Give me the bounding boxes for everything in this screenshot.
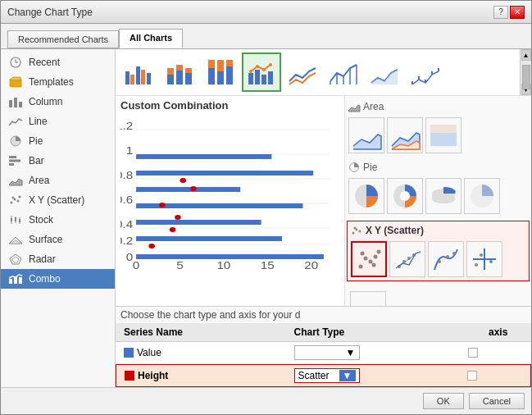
close-button[interactable]: ✕ — [510, 6, 525, 19]
chart-icon-combo-selected[interactable] — [242, 52, 281, 92]
svg-point-14 — [17, 200, 20, 203]
svg-rect-6 — [14, 98, 17, 107]
scroll-track — [521, 61, 531, 84]
sidebar-label-templates: Templates — [29, 76, 74, 88]
sidebar-label-radar: Radar — [29, 253, 56, 265]
svg-point-110 — [364, 257, 368, 261]
sidebar-item-recent[interactable]: Recent — [1, 52, 115, 72]
sidebar-item-column[interactable]: Column — [1, 92, 115, 112]
scatter-icons-row — [349, 239, 527, 279]
series-type-value[interactable]: ▼ — [291, 344, 462, 362]
pie-icon-4[interactable] — [464, 178, 500, 214]
sidebar-label-bar: Bar — [29, 155, 44, 166]
xy-scatter-section: X Y (Scatter) — [347, 221, 530, 281]
sidebar-item-xy[interactable]: X Y (Scatter) — [1, 190, 115, 210]
sidebar-item-stock[interactable]: Stock — [1, 210, 115, 230]
sidebar-item-surface[interactable]: Surface — [1, 230, 115, 249]
series-row-value: Value ▼ — [116, 342, 531, 364]
svg-text:20: 20 — [304, 261, 318, 271]
chart-title: Custom Combination — [120, 99, 339, 112]
sidebar-label-stock: Stock — [29, 214, 53, 226]
svg-rect-22 — [19, 219, 20, 222]
svg-rect-20 — [15, 217, 16, 221]
tabs-row: Recommended Charts All Charts — [1, 24, 531, 49]
pie-icon-1[interactable] — [348, 178, 384, 214]
chart-icon-8[interactable] — [406, 52, 445, 92]
svg-rect-88 — [136, 187, 240, 192]
scatter-icon-1-selected[interactable] — [351, 241, 387, 277]
area-icon-1[interactable] — [348, 117, 384, 153]
svg-point-91 — [180, 178, 186, 183]
area-section-label: Area — [363, 101, 384, 112]
chart-icon-7[interactable] — [365, 52, 404, 92]
pie-section: Pie — [347, 160, 530, 216]
svg-point-102 — [400, 191, 410, 201]
pie-icon-3[interactable] — [425, 178, 462, 214]
svg-point-114 — [377, 250, 381, 254]
chart-icon-stacked-column[interactable] — [160, 52, 199, 92]
checkbox-height[interactable] — [467, 371, 477, 381]
svg-rect-33 — [141, 70, 145, 84]
sidebar-item-templates[interactable]: Templates — [1, 72, 115, 92]
dropdown-arrow-icon: ▼ — [346, 347, 356, 358]
stock-chart-icon — [7, 213, 24, 226]
sidebar-label-combo: Combo — [29, 273, 61, 285]
svg-rect-46 — [226, 60, 233, 66]
svg-rect-35 — [167, 75, 174, 84]
svg-rect-42 — [208, 60, 215, 68]
sidebar-item-line[interactable]: Line — [1, 112, 115, 131]
sidebar-item-pie[interactable]: Pie — [1, 131, 115, 151]
svg-point-107 — [359, 230, 361, 233]
scatter-icon-2[interactable] — [389, 241, 425, 277]
area-icon-3[interactable] — [425, 117, 462, 153]
sidebar-item-bar[interactable]: Bar — [1, 151, 115, 171]
sidebar-item-combo[interactable]: Combo — [1, 269, 115, 289]
chart-icon-grouped-column[interactable] — [119, 52, 158, 92]
pie-chart-icon — [7, 135, 24, 148]
bar-chart-icon — [7, 154, 24, 167]
ok-button[interactable]: OK — [423, 393, 464, 409]
svg-rect-49 — [261, 75, 266, 84]
series-color-height — [125, 371, 134, 381]
area-icons-row — [347, 116, 530, 155]
svg-rect-5 — [9, 100, 12, 107]
svg-point-109 — [359, 265, 363, 269]
svg-rect-34 — [147, 73, 151, 84]
cancel-button[interactable]: Cancel — [469, 393, 525, 409]
svg-rect-39 — [185, 73, 192, 84]
series-table-header: Series Name Chart Type axis — [116, 323, 531, 342]
tab-all-charts[interactable]: All Charts — [119, 29, 183, 48]
sidebar-item-area[interactable]: Area — [1, 171, 115, 190]
scatter-icon-4[interactable] — [466, 241, 502, 277]
chart-types-panel: Area — [344, 96, 531, 306]
svg-point-127 — [480, 253, 483, 257]
svg-text:10: 10 — [216, 261, 230, 271]
svg-point-52 — [256, 65, 259, 68]
help-button[interactable]: ? — [493, 6, 508, 19]
svg-rect-10 — [9, 160, 20, 162]
bubble-icon[interactable] — [350, 291, 386, 306]
area-icon-2[interactable] — [387, 117, 423, 153]
pie-icon-2[interactable] — [387, 178, 423, 214]
chart-icon-5[interactable] — [283, 52, 322, 92]
chart-icon-6[interactable] — [324, 52, 363, 92]
series-checkbox-height — [460, 369, 484, 382]
svg-text:0.8: 0.8 — [120, 171, 134, 181]
chart-area: 1.2 1 0.8 0.6 0.4 0.2 0 0 5 10 — [120, 115, 339, 303]
chart-icon-100-stacked[interactable] — [201, 52, 240, 92]
series-type-value-dropdown[interactable]: ▼ — [294, 345, 360, 360]
tab-recommended[interactable]: Recommended Charts — [7, 30, 119, 48]
sidebar-item-radar[interactable]: Radar — [1, 249, 115, 269]
svg-text:0: 0 — [133, 261, 140, 271]
sidebar-label-area: Area — [29, 175, 49, 186]
scroll-thumb[interactable] — [522, 65, 530, 89]
svg-text:15: 15 — [261, 261, 275, 271]
series-type-height[interactable]: Scatter ▼ — [291, 367, 461, 385]
scatter-icon-3[interactable] — [428, 241, 464, 277]
chart-icons-scrollbar: ▲ ▼ — [520, 49, 531, 95]
series-type-height-dropdown[interactable]: Scatter ▼ — [294, 368, 360, 383]
svg-point-123 — [452, 252, 456, 255]
checkbox-value[interactable] — [468, 348, 478, 358]
scroll-up-arrow[interactable]: ▲ — [521, 49, 531, 61]
svg-rect-32 — [136, 66, 140, 84]
